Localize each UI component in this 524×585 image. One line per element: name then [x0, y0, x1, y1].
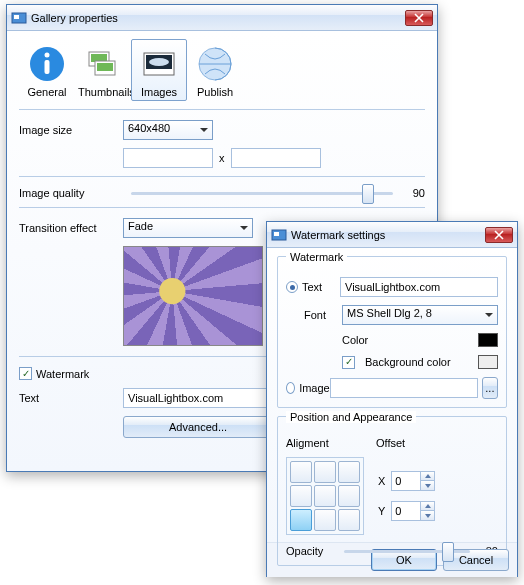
group-label: Watermark	[286, 251, 347, 263]
quality-value: 90	[401, 187, 425, 199]
align-br[interactable]	[338, 509, 360, 531]
bgcolor-picker[interactable]	[478, 355, 498, 369]
width-input[interactable]	[123, 148, 213, 168]
dimension-separator: x	[219, 152, 225, 164]
publish-icon	[195, 44, 235, 84]
tab-label: Images	[134, 86, 184, 98]
opacity-label: Opacity	[286, 545, 336, 557]
quality-label: Image quality	[19, 187, 123, 199]
app-icon	[271, 227, 287, 243]
tab-label: General	[22, 86, 72, 98]
alignment-label: Aligment	[286, 437, 376, 449]
svg-rect-4	[45, 60, 50, 74]
svg-rect-1	[14, 15, 19, 19]
watermark-group: Watermark Text Font MS Shell Dlg 2, 8 Co…	[277, 256, 507, 408]
align-tr[interactable]	[338, 461, 360, 483]
image-radio-label: Image	[299, 382, 330, 394]
spin-down[interactable]	[420, 511, 434, 520]
transition-preview	[123, 246, 263, 346]
bgcolor-checkbox[interactable]	[342, 356, 355, 369]
tab-label: Thumbnails	[78, 86, 128, 98]
wm-image-input[interactable]	[330, 378, 478, 398]
x-input[interactable]	[392, 472, 420, 490]
watermark-text-input[interactable]	[123, 388, 273, 408]
x-spinner[interactable]	[391, 471, 435, 491]
spin-up[interactable]	[420, 502, 434, 511]
align-mr[interactable]	[338, 485, 360, 507]
tab-label: Publish	[190, 86, 240, 98]
position-group: Position and Appearance Aligment Offset	[277, 416, 507, 566]
tab-bar: General Thumbnails Images Publish	[19, 39, 425, 101]
images-icon	[139, 44, 179, 84]
watermark-label: Watermark	[36, 368, 89, 380]
app-icon	[11, 10, 27, 26]
color-label: Color	[342, 334, 368, 346]
y-spinner[interactable]	[391, 501, 435, 521]
spin-up[interactable]	[420, 472, 434, 481]
wm-text-input[interactable]	[340, 277, 498, 297]
align-tc[interactable]	[314, 461, 336, 483]
offset-label: Offset	[376, 437, 405, 449]
font-select[interactable]: MS Shell Dlg 2, 8	[342, 305, 498, 325]
opacity-slider[interactable]	[344, 550, 470, 553]
y-label: Y	[378, 505, 385, 517]
image-radio[interactable]	[286, 382, 295, 394]
tab-thumbnails[interactable]: Thumbnails	[75, 39, 131, 101]
slider-thumb[interactable]	[442, 542, 454, 562]
bgcolor-label: Background color	[365, 356, 451, 368]
text-label: Text	[19, 392, 123, 404]
y-input[interactable]	[392, 502, 420, 520]
image-size-label: Image size	[19, 124, 123, 136]
quality-slider[interactable]	[131, 192, 393, 195]
font-label: Font	[304, 309, 342, 321]
watermark-checkbox[interactable]	[19, 367, 32, 380]
alignment-grid	[286, 457, 364, 535]
close-button[interactable]	[405, 10, 433, 26]
group-label: Position and Appearance	[286, 411, 416, 423]
info-icon	[27, 44, 67, 84]
transition-label: Transition effect	[19, 222, 123, 234]
tab-general[interactable]: General	[19, 39, 75, 101]
text-radio[interactable]	[286, 281, 298, 293]
slider-thumb[interactable]	[362, 184, 374, 204]
tab-images[interactable]: Images	[131, 39, 187, 101]
align-bl[interactable]	[290, 509, 312, 531]
x-label: X	[378, 475, 385, 487]
align-mc[interactable]	[314, 485, 336, 507]
height-input[interactable]	[231, 148, 321, 168]
align-ml[interactable]	[290, 485, 312, 507]
align-tl[interactable]	[290, 461, 312, 483]
image-size-select[interactable]: 640x480	[123, 120, 213, 140]
window-title: Gallery properties	[31, 12, 405, 24]
align-bc[interactable]	[314, 509, 336, 531]
svg-point-11	[149, 58, 169, 66]
tab-publish[interactable]: Publish	[187, 39, 243, 101]
text-radio-label: Text	[302, 281, 340, 293]
svg-rect-14	[274, 232, 279, 236]
svg-point-3	[45, 53, 50, 58]
thumbnails-icon	[83, 44, 123, 84]
advanced-button[interactable]: Advanced...	[123, 416, 273, 438]
watermark-settings-window: Watermark settings Watermark Text Font M…	[266, 221, 518, 577]
titlebar[interactable]: Gallery properties	[7, 5, 437, 31]
close-button[interactable]	[485, 227, 513, 243]
spin-down[interactable]	[420, 481, 434, 490]
browse-button[interactable]: ...	[482, 377, 498, 399]
svg-rect-8	[97, 63, 113, 71]
titlebar[interactable]: Watermark settings	[267, 222, 517, 248]
color-picker[interactable]	[478, 333, 498, 347]
window-title: Watermark settings	[291, 229, 485, 241]
transition-select[interactable]: Fade	[123, 218, 253, 238]
